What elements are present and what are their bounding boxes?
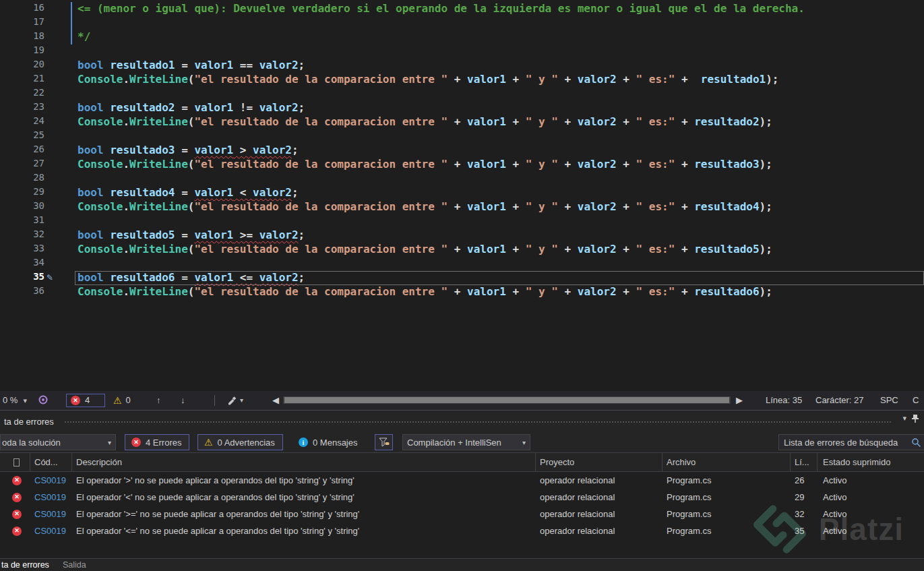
column-line[interactable]: Lí... <box>791 453 818 471</box>
line-indicator: Línea: 35 <box>766 394 802 407</box>
line-number[interactable]: 28 <box>0 172 44 186</box>
error-project: operador relacional <box>536 509 663 519</box>
panel-drag-grip[interactable] <box>64 421 892 424</box>
line-number[interactable]: 19 <box>0 44 44 59</box>
line-number[interactable]: 20 <box>0 59 44 73</box>
code-editor[interactable]: 16<= (menor o igual que): Devuelve verda… <box>0 0 924 391</box>
error-icon: ✕ <box>71 396 80 405</box>
error-list-search-input[interactable]: Lista de errores de búsqueda <box>778 434 924 450</box>
line-number[interactable]: 23 <box>0 101 44 115</box>
code-line[interactable]: 28 <box>0 172 924 186</box>
health-indicator-icon[interactable] <box>38 394 49 408</box>
code-line[interactable]: 33Console.WriteLine("el resultado de la … <box>0 243 924 257</box>
column-code[interactable]: Cód... <box>30 453 72 471</box>
line-number[interactable]: 27 <box>0 158 44 172</box>
line-number[interactable]: 18 <box>0 30 44 44</box>
editor-bottom-bar: 0 %▾ ✕ 4 ⚠ 0 ↑ ↓ ▾ ◀ ▶ Línea: 35 Carácte… <box>0 391 924 410</box>
line-number[interactable]: 24 <box>0 115 44 129</box>
tab-output[interactable]: Salida <box>56 560 93 570</box>
encoding-indicator[interactable]: C <box>913 394 919 407</box>
line-number[interactable]: 25 <box>0 129 44 144</box>
column-file[interactable]: Archivo <box>663 453 791 471</box>
error-row[interactable]: ✕CS0019El operador '<' no se puede aplic… <box>0 489 924 506</box>
code-line[interactable]: 21Console.WriteLine("el resultado de la … <box>0 73 924 87</box>
scroll-left-arrow[interactable]: ◀ <box>272 394 279 407</box>
panel-menu-chevron-icon[interactable]: ▾ <box>902 414 906 423</box>
line-number[interactable]: 31 <box>0 214 44 229</box>
line-number[interactable]: 33 <box>0 243 44 257</box>
code-line[interactable]: 30Console.WriteLine("el resultado de la … <box>0 200 924 214</box>
column-severity[interactable] <box>0 453 30 471</box>
code-line[interactable]: 25 <box>0 129 924 144</box>
scope-dropdown[interactable]: oda la solución ▾ <box>0 434 116 450</box>
code-text: */ <box>78 30 90 44</box>
code-line[interactable]: 34 <box>0 257 924 271</box>
error-row[interactable]: ✕CS0019El operador '<=' no se puede apli… <box>0 522 924 539</box>
zoom-control[interactable]: 0 %▾ <box>3 394 27 407</box>
line-number[interactable]: 16 <box>0 2 44 16</box>
code-line[interactable]: 24Console.WriteLine("el resultado de la … <box>0 115 924 129</box>
next-issue-button[interactable]: ↓ <box>181 394 185 407</box>
error-severity-cell: ✕ <box>0 527 30 536</box>
code-line[interactable]: 27Console.WriteLine("el resultado de la … <box>0 158 924 172</box>
warning-count-button[interactable]: ⚠ 0 <box>113 394 131 407</box>
messages-filter-button[interactable]: i 0 Mensajes <box>295 434 363 450</box>
error-suppression-state: Activo <box>818 526 924 536</box>
code-line[interactable]: 18*/ <box>0 30 924 44</box>
warning-icon: ⚠ <box>204 437 213 448</box>
filter-button[interactable] <box>375 434 393 450</box>
line-number[interactable]: 32 <box>0 229 44 243</box>
spaces-indicator[interactable]: SPC <box>880 394 898 407</box>
error-row[interactable]: ✕CS0019El operador '>=' no se puede apli… <box>0 506 924 522</box>
error-icon: ✕ <box>12 493 22 502</box>
code-text: <= (menor o igual que): Devuelve verdade… <box>78 2 805 16</box>
code-line[interactable]: 29bool resultado4 = valor1 < valor2; <box>0 186 924 200</box>
code-line[interactable]: 19 <box>0 44 924 59</box>
code-line[interactable]: 26bool resultado3 = valor1 > valor2; <box>0 144 924 158</box>
info-icon: i <box>299 438 308 447</box>
column-description[interactable]: Descripción <box>72 453 536 471</box>
line-number[interactable]: 34 <box>0 257 44 271</box>
code-line[interactable]: 20bool resultado1 = valor1 == valor2; <box>0 59 924 73</box>
scrollbar-thumb[interactable] <box>284 397 729 403</box>
line-number[interactable]: 17 <box>0 16 44 30</box>
code-line[interactable]: 16<= (menor o igual que): Devuelve verda… <box>0 2 924 16</box>
build-intellisense-dropdown[interactable]: Compilación + IntelliSen ▾ <box>402 434 530 450</box>
pin-icon[interactable] <box>911 414 920 426</box>
edit-pencil-icon: ✎ <box>47 271 53 285</box>
code-line[interactable]: 22 <box>0 87 924 101</box>
column-project[interactable]: Proyecto <box>536 453 663 471</box>
line-number[interactable]: 29 <box>0 186 44 200</box>
funnel-icon <box>379 438 390 448</box>
error-line: 26 <box>791 475 818 485</box>
line-number[interactable]: 35 <box>0 271 44 285</box>
previous-issue-button[interactable]: ↑ <box>156 394 161 407</box>
error-severity-cell: ✕ <box>0 510 30 519</box>
code-line[interactable]: 36Console.WriteLine("el resultado de la … <box>0 285 924 299</box>
line-number[interactable]: 36 <box>0 285 44 299</box>
line-number[interactable]: 26 <box>0 144 44 158</box>
horizontal-scrollbar[interactable] <box>283 396 731 404</box>
tab-error-list[interactable]: ta de errores <box>0 560 56 570</box>
column-suppression[interactable]: Estado suprimido <box>818 453 924 471</box>
line-number[interactable]: 21 <box>0 73 44 87</box>
error-file: Program.cs <box>663 509 791 519</box>
chevron-down-icon: ▾ <box>108 439 111 446</box>
code-line[interactable]: 17 <box>0 16 924 30</box>
error-count-button[interactable]: ✕ 4 <box>66 394 105 407</box>
format-brush-button[interactable]: ▾ <box>226 394 243 407</box>
code-line[interactable]: 35✎bool resultado6 = valor1 <= valor2; <box>0 271 924 285</box>
scroll-right-arrow[interactable]: ▶ <box>736 394 743 407</box>
line-number[interactable]: 30 <box>0 200 44 214</box>
chevron-down-icon: ▾ <box>522 439 526 446</box>
code-line[interactable]: 23bool resultado2 = valor1 != valor2; <box>0 101 924 115</box>
error-row[interactable]: ✕CS0019El operador '>' no se puede aplic… <box>0 472 924 489</box>
chevron-down-icon: ▾ <box>240 394 243 407</box>
warnings-filter-button[interactable]: ⚠ 0 Advertencias <box>197 434 283 450</box>
line-number[interactable]: 22 <box>0 87 44 101</box>
code-line[interactable]: 31 <box>0 214 924 229</box>
error-file: Program.cs <box>663 526 791 536</box>
toolbar-separator <box>214 395 215 406</box>
errors-filter-button[interactable]: ✕ 4 Errores <box>125 434 189 450</box>
code-line[interactable]: 32bool resultado5 = valor1 >= valor2; <box>0 229 924 243</box>
